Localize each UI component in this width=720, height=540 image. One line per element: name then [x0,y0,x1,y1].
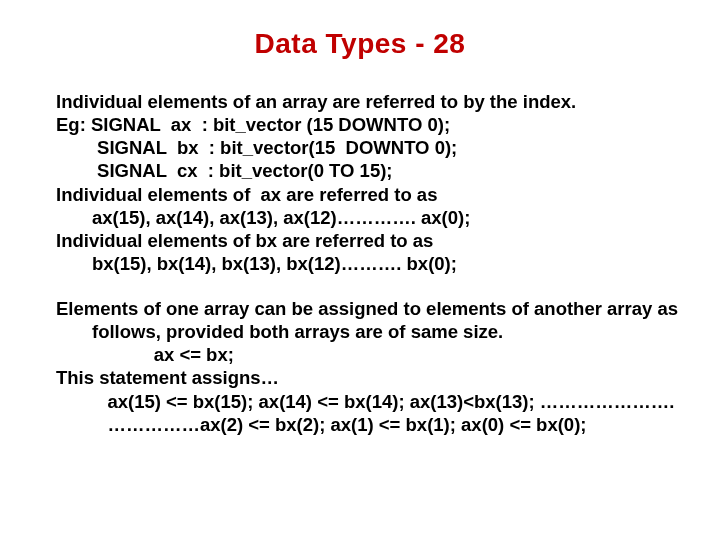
body-line: ax <= bx; [56,343,664,366]
body-line: Elements of one array can be assigned to… [56,297,664,320]
body-line: Eg: SIGNAL ax : bit_vector (15 DOWNTO 0)… [56,113,664,136]
body-line: ax(15) <= bx(15); ax(14) <= bx(14); ax(1… [56,390,664,413]
body-line: follows, provided both arrays are of sam… [56,320,664,343]
paragraph-gap [56,275,664,297]
body-line: Individual elements of bx are referred t… [56,229,664,252]
body-line: SIGNAL cx : bit_vector(0 TO 15); [56,159,664,182]
slide-body: Individual elements of an array are refe… [56,90,664,436]
body-line: ax(15), ax(14), ax(13), ax(12)…………. ax(0… [56,206,664,229]
body-line: bx(15), bx(14), bx(13), bx(12)………. bx(0)… [56,252,664,275]
slide: Data Types - 28 Individual elements of a… [0,0,720,540]
body-line: ……………ax(2) <= bx(2); ax(1) <= bx(1); ax(… [56,413,664,436]
slide-title: Data Types - 28 [56,28,664,60]
body-line: Individual elements of ax are referred t… [56,183,664,206]
body-line: This statement assigns… [56,366,664,389]
body-line: Individual elements of an array are refe… [56,90,664,113]
body-line: SIGNAL bx : bit_vector(15 DOWNTO 0); [56,136,664,159]
